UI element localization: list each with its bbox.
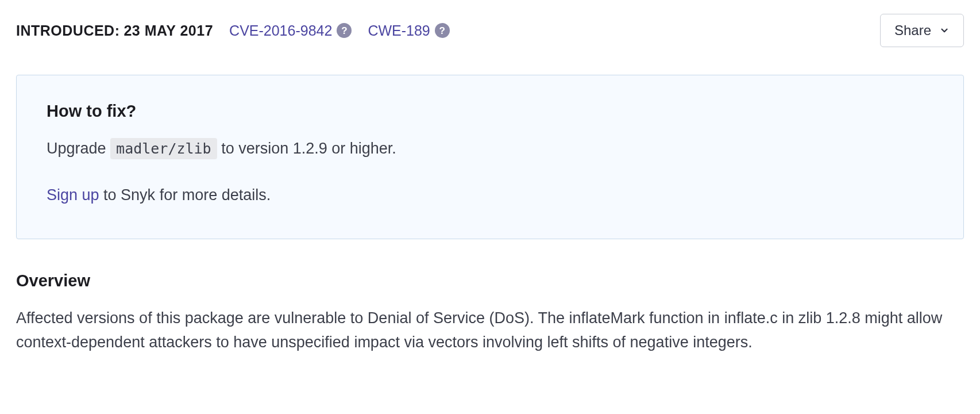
fix-box: How to fix? Upgrade madler/zlib to versi… [16,75,964,239]
cwe-text: CWE-189 [368,22,430,39]
meta-bar: INTRODUCED: 23 MAY 2017 CVE-2016-9842 ? … [16,22,450,39]
share-label: Share [894,22,931,39]
signup-line: Sign up to Snyk for more details. [47,183,933,207]
introduced-label: INTRODUCED: [16,22,120,39]
top-row: INTRODUCED: 23 MAY 2017 CVE-2016-9842 ? … [16,14,964,47]
signup-rest: to Snyk for more details. [99,186,271,204]
introduced-date: 23 MAY 2017 [124,22,213,39]
chevron-down-icon [939,25,950,36]
help-icon[interactable]: ? [337,23,352,38]
upgrade-pre: Upgrade [47,140,110,157]
help-icon[interactable]: ? [435,23,450,38]
fix-title: How to fix? [47,102,933,121]
upgrade-post: to version 1.2.9 or higher. [217,140,396,157]
cwe-link[interactable]: CWE-189 ? [368,22,449,39]
cve-text: CVE-2016-9842 [229,22,332,39]
fix-upgrade-line: Upgrade madler/zlib to version 1.2.9 or … [47,137,933,160]
overview-text: Affected versions of this package are vu… [16,306,964,355]
introduced: INTRODUCED: 23 MAY 2017 [16,22,213,39]
share-button[interactable]: Share [880,14,964,47]
signup-link[interactable]: Sign up [47,186,99,204]
package-name: madler/zlib [110,138,217,159]
cve-link[interactable]: CVE-2016-9842 ? [229,22,352,39]
overview-title: Overview [16,271,964,290]
